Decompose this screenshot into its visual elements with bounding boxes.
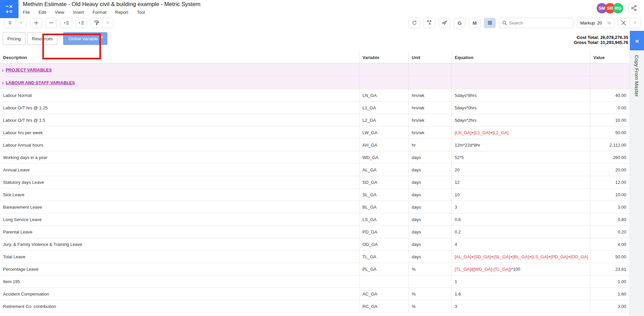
cell-variable[interactable]: LS_GA [359, 213, 409, 225]
expand-options-dropdown[interactable]: ▽ [15, 18, 27, 28]
cell-variable[interactable] [359, 275, 409, 287]
cell-description[interactable]: Percentage Leave [0, 263, 359, 275]
cell-variable[interactable]: PD_GA [359, 226, 409, 238]
cell-unit[interactable]: days [409, 251, 452, 263]
cell-unit[interactable]: % [409, 300, 452, 312]
copy-from-master-label[interactable]: Copy From Master [634, 55, 640, 97]
cell-variable[interactable]: L1_GA [359, 102, 409, 114]
cell-variable[interactable]: RC_GA [359, 300, 409, 312]
outdent-button[interactable] [61, 18, 72, 28]
cell-value[interactable]: 12.00 [590, 176, 630, 188]
cell-variable[interactable] [359, 76, 409, 89]
cell-variable[interactable]: SL_GA [359, 189, 409, 201]
cell-unit[interactable] [409, 76, 452, 89]
menu-item-file[interactable]: File [23, 10, 30, 15]
cell-value[interactable] [590, 76, 630, 89]
avatar-rg[interactable]: RG [613, 3, 623, 13]
cell-description[interactable]: Retirement Co. contribution [0, 300, 359, 312]
cell-description[interactable]: Statutory days Leave [0, 176, 359, 188]
cell-unit[interactable]: hrs/wk [409, 126, 452, 139]
cell-description[interactable]: Jury, & Family Violence & Training Leave [0, 238, 359, 250]
search-input[interactable] [509, 20, 563, 25]
cell-equation[interactable]: 4 [452, 238, 590, 250]
cell-value[interactable]: 3.00 [590, 201, 630, 213]
add-row-button[interactable] [31, 18, 42, 28]
cell-variable[interactable]: LW_GA [359, 126, 409, 139]
format-painter-dropdown[interactable]: ▽ [102, 18, 113, 28]
cell-variable[interactable]: LN_GA [359, 89, 409, 101]
cell-equation[interactable]: 5days*8hrs [452, 89, 590, 101]
tab-pricing[interactable]: Pricing [3, 32, 26, 45]
cell-description[interactable]: ›PROJECT VARIABLES [0, 64, 359, 76]
cell-value[interactable]: 1.00 [590, 275, 630, 287]
cell-value[interactable]: 3.00 [590, 300, 630, 312]
cell-description[interactable]: Labour Normal [0, 89, 359, 101]
cell-description[interactable]: Long Service Leave [0, 213, 359, 225]
cell-unit[interactable]: days [409, 238, 452, 250]
cell-variable[interactable]: BL_GA [359, 201, 409, 213]
cell-equation[interactable]: [TL_GA]/([WD_GA]-[TL_GA])*100 [452, 263, 590, 275]
cell-equation[interactable]: 0.8 [452, 213, 590, 225]
cell-value[interactable]: 10.00 [590, 189, 630, 201]
cell-description[interactable]: Labour O/T hrs @ 1.25 [0, 102, 359, 114]
cell-value[interactable]: 260.00 [590, 151, 630, 163]
share-button[interactable] [628, 2, 640, 14]
cell-description[interactable]: Working days in a year [0, 151, 359, 163]
cell-description[interactable]: Labour hrs per week [0, 126, 359, 139]
menu-item-edit[interactable]: Edit [39, 10, 46, 15]
cell-unit[interactable]: hr [409, 139, 452, 151]
menu-item-insert[interactable]: Insert [73, 10, 84, 15]
cell-unit[interactable] [409, 275, 452, 287]
cell-equation[interactable]: 3 [452, 300, 590, 312]
chevron-right-icon[interactable]: › [2, 67, 4, 73]
cell-unit[interactable]: % [409, 288, 452, 300]
cell-variable[interactable]: AH_GA [359, 139, 409, 151]
cell-unit[interactable]: hrs/wk [409, 114, 452, 126]
cell-equation[interactable] [452, 76, 590, 89]
cell-value[interactable]: 10.00 [590, 114, 630, 126]
expand-all-button[interactable] [4, 18, 15, 28]
cell-variable[interactable] [359, 64, 409, 76]
cell-equation[interactable]: 12 [452, 176, 590, 188]
cell-value[interactable]: 50.00 [590, 126, 630, 139]
cell-variable[interactable]: OD_GA [359, 238, 409, 250]
menu-item-format[interactable]: Format [93, 10, 106, 15]
cell-equation[interactable]: 12m*22d*8hr [452, 139, 590, 151]
cell-value[interactable]: 0.80 [590, 213, 630, 225]
indent-button[interactable] [76, 18, 87, 28]
cell-equation[interactable]: 10 [452, 189, 590, 201]
cell-equation[interactable]: 3 [452, 201, 590, 213]
cell-equation[interactable]: 5days*0hrs [452, 102, 590, 114]
cell-equation[interactable]: [AL_GA]+[SD_GA]+[SL_GA]+[BL_GA]+[LS_GA]+… [452, 251, 590, 263]
cell-variable[interactable]: TL_GA [359, 251, 409, 263]
menu-item-tool[interactable]: Tool [137, 10, 145, 15]
methvin-logo[interactable]: −× += [0, 0, 18, 18]
cell-value[interactable]: 0.00 [590, 102, 630, 114]
cell-value[interactable]: 0.20 [590, 226, 630, 238]
cell-unit[interactable]: days [409, 226, 452, 238]
cell-description[interactable]: ›LABOUR AND STAFF VARIABLES [0, 76, 359, 89]
cell-description[interactable]: Item 195 [0, 275, 359, 287]
cell-equation[interactable]: [LN_GA]+[L1_GA]+[L2_GA] [452, 126, 590, 139]
section-link[interactable]: LABOUR AND STAFF VARIABLES [6, 81, 75, 85]
cell-variable[interactable]: PL_GA [359, 263, 409, 275]
cell-value[interactable]: 20.00 [590, 164, 630, 176]
cell-variable[interactable]: SD_GA [359, 176, 409, 188]
cell-unit[interactable]: % [409, 263, 452, 275]
cell-value[interactable] [590, 64, 630, 76]
cell-description[interactable]: Bareavement Leave [0, 201, 359, 213]
cell-equation[interactable]: 1 [452, 275, 590, 287]
cell-value[interactable]: 1.60 [590, 288, 630, 300]
export-options-dropdown[interactable]: ▽ [629, 18, 640, 28]
reorder-items-button[interactable] [424, 18, 435, 28]
cell-description[interactable]: Labour O/T hrs @ 1.5 [0, 114, 359, 126]
google-sheets-button[interactable]: G [454, 18, 465, 28]
cell-unit[interactable]: hrs/wk [409, 89, 452, 101]
cell-description[interactable]: Accident Compensation [0, 288, 359, 300]
chevron-right-icon[interactable]: › [2, 80, 4, 86]
cell-equation[interactable]: 1.6 [452, 288, 590, 300]
cell-unit[interactable]: days [409, 189, 452, 201]
markup-field[interactable]: Markup: 20 % [577, 18, 614, 28]
remove-row-button[interactable] [46, 18, 57, 28]
cell-unit[interactable]: days [409, 164, 452, 176]
